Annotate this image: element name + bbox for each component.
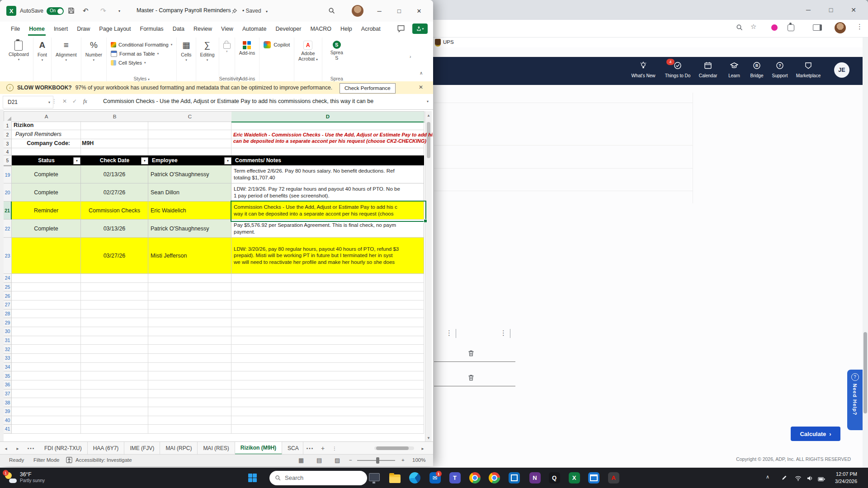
check-performance-button[interactable]: Check Performance [340, 83, 396, 94]
row-header[interactable]: 24 [4, 274, 12, 283]
row-header[interactable]: 34 [4, 363, 12, 372]
delete-row-icon[interactable] [467, 350, 475, 359]
horizontal-scrollbar[interactable] [374, 446, 414, 450]
calculate-button[interactable]: Calculate› [791, 427, 840, 441]
browser-maximize-button[interactable]: □ [821, 0, 841, 20]
tab-macro[interactable]: MACRO [306, 22, 336, 36]
row-header[interactable]: 19 [4, 165, 12, 183]
clipboard-group[interactable]: Clipboard ▾ [5, 38, 33, 83]
blue-app-icon[interactable] [508, 472, 520, 484]
row-header[interactable]: 30 [4, 327, 12, 336]
cell-employee[interactable]: Misti Jefferson [148, 238, 231, 274]
pin-icon[interactable] [231, 8, 237, 15]
fx-icon[interactable]: fx [83, 98, 87, 105]
cell-b3[interactable]: M9H [82, 140, 94, 146]
nav-marketplace[interactable]: Marketplace [791, 61, 826, 78]
page-scrollbar[interactable] [863, 38, 868, 468]
edge-icon[interactable] [408, 472, 421, 484]
row-header[interactable]: 38 [4, 398, 12, 407]
header-check-date[interactable]: Check Date [81, 155, 148, 165]
start-button[interactable] [248, 474, 257, 482]
q-app-icon[interactable]: Q [548, 472, 561, 484]
undo-icon[interactable]: ↶ [83, 7, 89, 15]
save-icon[interactable] [68, 7, 75, 15]
filter-dropdown-icon[interactable]: ▾ [141, 157, 148, 164]
bookmark-star-icon[interactable]: ☆ [750, 23, 756, 31]
column-header-d[interactable]: D [231, 111, 425, 122]
adobe-group[interactable]: A Adobe Acrobat ▾ [294, 38, 322, 83]
scrollbar-thumb[interactable] [376, 446, 409, 450]
row-header[interactable]: 3 [4, 139, 12, 148]
name-box[interactable]: D21 ▾ [3, 96, 53, 108]
sheet-menu-icon[interactable]: ⋮ [329, 442, 340, 455]
cells-group[interactable]: ▦ Cells ▾ [177, 38, 196, 83]
tabs-scroll-right-icon[interactable]: ▸ [12, 442, 24, 455]
delete-row-icon[interactable] [467, 374, 475, 383]
cancel-entry-icon[interactable]: ✕ [62, 98, 67, 104]
redo-icon[interactable]: ↷ [100, 7, 106, 15]
saved-status[interactable]: • Saved [242, 8, 261, 14]
number-group[interactable]: % Number ▾ [81, 38, 107, 83]
cell-notes[interactable]: LDW: 2/19/26. Pay 72 regular hours and p… [231, 183, 424, 202]
cell-notes[interactable]: Pay $5,576.92 per Separation Agreement. … [231, 220, 424, 238]
user-avatar[interactable]: JE [834, 62, 849, 78]
row-header[interactable]: 37 [4, 389, 12, 399]
tab-automate[interactable]: Automate [238, 22, 271, 36]
teams-icon[interactable]: T [448, 472, 461, 484]
file-explorer-icon[interactable] [388, 472, 401, 484]
sheet-tab[interactable]: SCA [282, 442, 303, 455]
nav-whats-new[interactable]: What's New [626, 61, 660, 78]
filter-dropdown-icon[interactable]: ▾ [224, 157, 231, 164]
header-status[interactable]: Status [12, 155, 81, 165]
sensitivity-group[interactable]: ▾ Sensitivity [219, 38, 235, 83]
cell-notes[interactable]: LDW: 3/20/26, pay 80 regular hours, payo… [231, 238, 424, 274]
scroll-up-icon[interactable]: ▲ [425, 112, 432, 118]
scrollbar-thumb[interactable] [863, 332, 867, 413]
column-menu-icon[interactable]: ⋮ [500, 329, 507, 337]
browser-close-button[interactable]: ✕ [844, 0, 863, 20]
share-button[interactable]: ▾ [412, 23, 428, 34]
acrobat-icon[interactable]: A [607, 472, 620, 484]
blue-window-app-icon[interactable] [587, 472, 600, 484]
row-header[interactable]: 28 [4, 310, 12, 319]
tab-review[interactable]: Review [189, 22, 217, 36]
row-header[interactable]: 22 [4, 220, 12, 238]
column-menu-icon[interactable]: ⋮ [446, 329, 453, 337]
empty-cells[interactable] [12, 274, 424, 434]
sheet-tab[interactable]: HAA (6Y7) [88, 442, 125, 455]
cell-notes-selected[interactable]: Commission Checks - Use the Add, Adjust … [231, 202, 424, 220]
cell-status[interactable]: Complete [12, 183, 81, 202]
row-header[interactable]: 5 [4, 155, 12, 165]
sheet-tab[interactable]: MAI (RPC) [160, 442, 198, 455]
cell-employee[interactable]: Eric Waidelich [148, 202, 231, 220]
row-header[interactable]: 29 [4, 318, 12, 327]
tray-chevron-icon[interactable]: ∧ [766, 474, 769, 480]
comments-icon[interactable] [397, 24, 405, 34]
addins-group[interactable]: Add-ins Add-ins [235, 38, 260, 83]
column-header-a[interactable]: A [12, 111, 81, 122]
need-help-tab[interactable]: ? Need Help? [847, 370, 863, 430]
cell-status[interactable]: Complete [12, 165, 81, 183]
row-header[interactable]: 25 [4, 283, 12, 292]
tab-page-layout[interactable]: Page Layout [94, 22, 135, 36]
tab-acrobat[interactable]: Acrobat [357, 22, 385, 36]
cell-date[interactable]: 03/27/26 [81, 238, 148, 274]
cell-a3[interactable]: Company Code: [12, 140, 80, 146]
tabs-more-icon[interactable]: ••• [24, 442, 39, 455]
cell-status[interactable] [12, 238, 81, 274]
cell-date[interactable]: 02/27/26 [81, 183, 148, 202]
formula-bar-expand-icon[interactable]: ▾ [427, 99, 429, 103]
ribbon-overflow-icon[interactable]: › [410, 54, 411, 59]
browser-profile-avatar[interactable] [835, 22, 846, 33]
zoom-slider[interactable] [357, 460, 395, 461]
search-icon[interactable] [328, 7, 335, 16]
sheet-tab-active[interactable]: Rizikon (M9H) [235, 442, 282, 455]
row-header[interactable]: 36 [4, 380, 12, 389]
side-panel-icon[interactable] [813, 24, 822, 31]
browser-minimize-button[interactable]: ─ [798, 0, 818, 20]
row-header[interactable]: 26 [4, 291, 12, 300]
filter-dropdown-icon[interactable]: ▾ [73, 157, 80, 164]
bookmark-ups[interactable]: UPS [443, 39, 454, 45]
system-monitor-icon[interactable] [368, 472, 381, 484]
tab-data[interactable]: Data [168, 22, 189, 36]
